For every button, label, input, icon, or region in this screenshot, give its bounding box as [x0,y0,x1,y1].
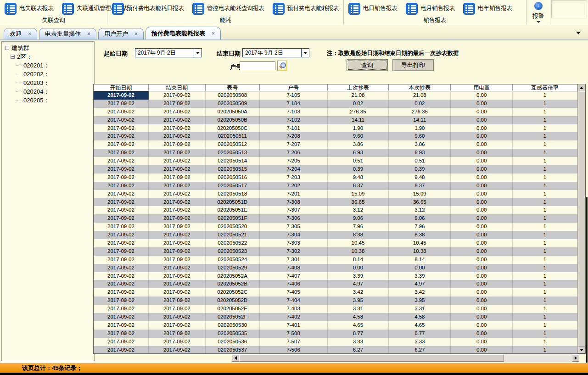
cell[interactable]: 0.00 [451,116,513,124]
cell[interactable]: 1 [513,140,577,149]
cell[interactable]: 1 [513,346,577,353]
cell[interactable]: 3.31 [389,305,451,313]
cell[interactable]: 2017-09-02 [94,182,149,190]
cell[interactable]: 0202050520 [206,223,260,231]
table-row[interactable]: 2017-09-022017-09-0202020505237-30210.38… [94,247,577,256]
tab-item[interactable]: 用户开户× [98,28,144,39]
cell[interactable]: 9.06 [328,214,389,223]
cell[interactable]: 0.00 [451,174,513,182]
cell[interactable]: 1 [513,321,577,330]
cell[interactable]: 2017-09-02 [94,346,149,353]
column-header[interactable]: 户号 [260,84,328,91]
cell[interactable]: 4.58 [328,313,389,321]
cell[interactable]: 2017-09-02 [149,223,206,231]
cell[interactable]: 0.00 [451,338,513,346]
cell[interactable]: 020205051F [206,214,260,223]
cell[interactable]: 0202050514 [206,157,260,165]
cell[interactable]: 0202050516 [206,174,260,182]
cell[interactable]: 2017-09-02 [149,280,206,288]
cell[interactable]: 1 [513,297,577,305]
tree-node-leaf[interactable]: 020203： [2,78,94,87]
cell[interactable]: 7-304 [260,231,328,239]
cell[interactable]: 21.08 [389,91,451,100]
cell[interactable]: 0.00 [451,182,513,190]
cell[interactable]: 7-103 [260,108,328,116]
cell[interactable]: 3.12 [389,206,451,214]
cell[interactable]: 6.27 [328,346,389,353]
cell[interactable]: 2017-09-02 [149,108,206,116]
cell[interactable]: 0202050535 [206,330,260,338]
cell[interactable]: 7.96 [328,223,389,231]
cell[interactable]: 2017-09-02 [149,330,206,338]
cell[interactable]: 2017-09-02 [94,116,149,124]
table-row[interactable]: 2017-09-022017-09-0202020505377-5066.276… [94,346,577,353]
cell[interactable]: 1 [513,116,577,124]
cell[interactable]: 2017-09-02 [94,149,149,157]
cell[interactable]: 15.09 [389,190,451,198]
cell[interactable]: 1 [513,338,577,346]
cell[interactable]: 7-407 [260,272,328,280]
cell[interactable]: 1 [513,330,577,338]
scroll-right-button[interactable] [572,354,579,362]
tree-node-leaf[interactable]: 020204： [2,87,94,96]
column-header[interactable]: 表号 [206,84,260,91]
cell[interactable]: 7-306 [260,214,328,223]
cell[interactable]: 7-403 [260,305,328,313]
cell[interactable]: 2017-09-02 [94,264,149,272]
cell[interactable]: 2017-09-02 [149,346,206,353]
cell[interactable]: 7-208 [260,132,328,140]
vertical-scrollbar[interactable] [577,84,585,353]
cell[interactable]: 2017-09-02 [94,247,149,256]
cell[interactable]: 1 [513,206,577,214]
table-row[interactable]: 2017-09-022017-09-0202020505367-5073.333… [94,338,577,346]
cell[interactable]: 8.14 [328,256,389,264]
toolbar-button[interactable]: 预付费电表能耗日报表 [112,3,184,15]
cell[interactable]: 3.95 [389,297,451,305]
cell[interactable]: 8.77 [389,330,451,338]
cell[interactable]: 7-205 [260,157,328,165]
cell[interactable]: 1 [513,124,577,133]
cell[interactable]: 0.00 [451,256,513,264]
cell[interactable]: 2017-09-02 [94,338,149,346]
cell[interactable]: 0202050513 [206,149,260,157]
cell[interactable]: 1 [513,288,577,297]
cell[interactable]: 36.65 [328,198,389,207]
table-row[interactable]: 2017-09-022017-09-0202020505127-2073.863… [94,140,577,149]
cell[interactable]: 0202050524 [206,256,260,264]
cell[interactable]: 0202050515 [206,165,260,174]
column-header[interactable]: 本次抄表 [389,84,451,91]
cell[interactable]: 7.96 [389,223,451,231]
cell[interactable]: 7-405 [260,288,328,297]
scroll-down-button[interactable] [578,347,585,353]
tree-node-zone[interactable]: 2区： [2,52,94,61]
dropdown-arrow-icon[interactable] [301,49,309,57]
table-row[interactable]: 2017-09-022017-09-02020205051F7-3069.069… [94,214,577,223]
cell[interactable]: 8.37 [389,182,451,190]
cell[interactable]: 1 [513,198,577,207]
cell[interactable]: 0202050512 [206,140,260,149]
toolbar-button[interactable]: 预付费电表能耗报表 [273,3,339,15]
cell[interactable]: 1 [513,149,577,157]
cell[interactable]: 2017-09-02 [94,288,149,297]
cell[interactable]: 0.00 [451,100,513,108]
cell[interactable]: 0.00 [451,149,513,157]
close-icon[interactable]: × [87,31,90,37]
cell[interactable]: 0.00 [451,132,513,140]
cell[interactable]: 0202050522 [206,239,260,247]
cell[interactable]: 0.00 [451,346,513,353]
cell[interactable]: 0.00 [451,330,513,338]
table-row[interactable]: 2017-09-022017-09-0202020505307-4014.654… [94,321,577,330]
cell[interactable]: 3.95 [328,297,389,305]
cell[interactable]: 0.00 [328,264,389,272]
cell[interactable]: 1 [513,264,577,272]
cell[interactable]: 3.39 [328,272,389,280]
cell[interactable]: 7-507 [260,338,328,346]
cell[interactable]: 9.60 [328,132,389,140]
cell[interactable]: 2017-09-02 [149,321,206,330]
table-row[interactable]: 2017-09-022017-09-02020205050A7-103276.3… [94,108,577,116]
table-row[interactable]: 2017-09-022017-09-02020205052C7-4053.423… [94,288,577,297]
tab-item[interactable]: 欢迎× [4,28,37,39]
cell[interactable]: 2017-09-02 [149,214,206,223]
cell[interactable]: 0.00 [451,280,513,288]
cell[interactable]: 020205052A [206,272,260,280]
